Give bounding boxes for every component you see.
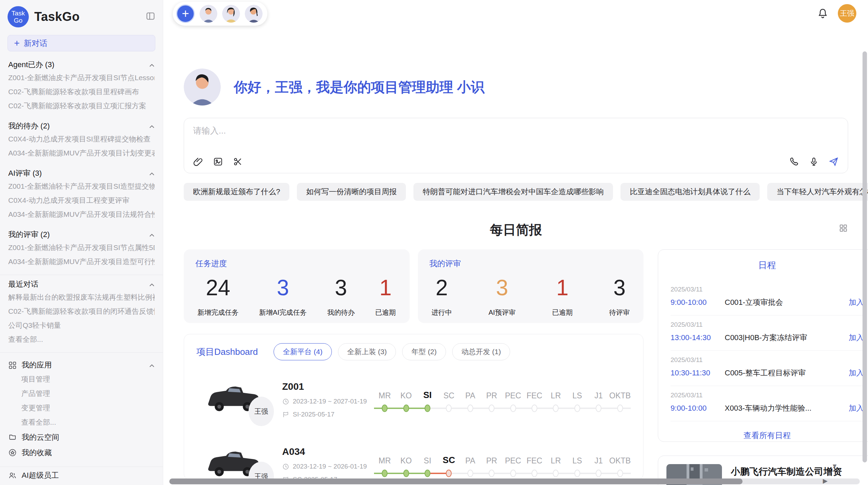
image-icon[interactable] [213, 157, 223, 167]
right-column: 日程 2025/03/11 9:00-10:00 C001-立项审批会 加入 [658, 249, 868, 485]
milestone-dot-track [374, 403, 395, 413]
user-avatar[interactable]: 王强 [838, 4, 856, 23]
apps-list: 项目管理产品管理变更管理查看全部... [0, 372, 163, 430]
suggestion-chip[interactable]: 比亚迪全固态电池计划具体说了什么 [620, 183, 760, 201]
milestone-label: FEC [524, 451, 545, 465]
conversation-item[interactable]: 解释最新出台的欧盟报废车法规再生塑料比例被调至15%... [8, 290, 155, 304]
conversation-item[interactable]: 公司Q3轻卡销量 [8, 318, 155, 332]
milestone-dot [403, 470, 409, 477]
collapse-sidebar-icon[interactable] [146, 11, 155, 22]
my-favorites-item[interactable]: 我的收藏 [0, 445, 163, 460]
attachment-icon[interactable] [193, 157, 203, 167]
milestone-label: MR [374, 451, 395, 465]
stat-value: 3 [489, 275, 516, 300]
project-row[interactable]: 王强 Z001 2023-12-19 ~ 2027-01-19 SI-2025-… [196, 374, 631, 425]
scroll-right-arrow-icon[interactable]: ▶ [823, 477, 828, 485]
chevron-up-icon[interactable] [149, 280, 155, 289]
phone-icon[interactable] [789, 157, 799, 167]
suggestion-chip[interactable]: 如何写一份清晰的项目周报 [297, 183, 406, 201]
avatar[interactable] [245, 5, 263, 23]
dashboard-filter-tab[interactable]: 年型 (2) [402, 343, 446, 360]
join-link[interactable]: 加入 [849, 403, 864, 413]
conversation-item[interactable]: Z001-全新燃油皮卡产品开发项目SI节点Lesson Learn报告 [8, 71, 155, 85]
app-item[interactable]: 产品管理 [21, 386, 155, 401]
milestone-label: SI [417, 386, 438, 400]
join-link[interactable]: 加入 [849, 333, 864, 343]
send-icon[interactable] [829, 157, 839, 167]
avatar[interactable] [222, 5, 240, 23]
dashboard-filter-tab[interactable]: 全新平台 (4) [274, 343, 332, 360]
milestone: PR [481, 451, 502, 478]
cloud-icon [8, 433, 17, 442]
section-agent-done[interactable]: Agent已办 (3) [0, 59, 163, 71]
suggestion-chip[interactable]: 欧洲新规最近颁布了什么? [184, 183, 289, 201]
conversation-item[interactable]: Z001-全新燃油轻卡产品开发项目SI节点属性5D文件评审 [8, 240, 155, 254]
project-row[interactable]: 王强 A034 2023-12-19 ~ 2026-01-19 SC-2025-… [196, 439, 631, 480]
chevron-up-icon[interactable] [149, 169, 155, 178]
milestone: PA [460, 386, 481, 413]
conversation-item[interactable]: A034-全新新能源MUV产品开发项目造型可行性评审 [8, 254, 155, 269]
milestone-dot-track [545, 468, 566, 478]
vertical-scrollbar-thumb[interactable] [863, 51, 867, 462]
ai-staff-item[interactable]: AI超级员工 [0, 468, 163, 483]
join-link[interactable]: 加入 [849, 368, 864, 378]
scissors-icon[interactable] [233, 157, 243, 167]
conversation-item[interactable]: C0X4-动力总成开发项目SI里程碑提交物检查 [8, 132, 155, 146]
dashboard-filter-tab[interactable]: 动总开发 (1) [452, 343, 510, 360]
stat-value: 3 [259, 275, 307, 300]
join-link[interactable]: 加入 [849, 297, 864, 308]
chevron-up-icon[interactable] [149, 122, 155, 130]
conversation-item[interactable]: C02-飞腾新能源轻客改款项目里程碑画布 [8, 85, 155, 99]
stat-value: 24 [197, 275, 239, 300]
section-title: AI评审 (3) [8, 168, 42, 178]
chevron-up-icon[interactable] [149, 230, 155, 239]
scroll-down-arrow-icon[interactable]: ▼ [831, 462, 838, 470]
event-time: 10:30-11:30 [671, 369, 725, 377]
section-my-todo[interactable]: 我的待办 (2) [0, 120, 163, 132]
section-ai-review[interactable]: AI评审 (3) [0, 167, 163, 179]
milestone-label: SC [438, 451, 459, 465]
suggestion-chip[interactable]: 特朗普可能对进口汽车增税会对中国车企造成哪些影响 [413, 183, 613, 201]
app-item[interactable]: 变更管理 [21, 401, 155, 415]
chat-input[interactable] [193, 126, 839, 136]
dashboard-filter-tab[interactable]: 全新上装 (3) [338, 343, 396, 360]
conversation-item[interactable]: Z001-全新燃油轻卡产品开发项目SI造型提交物评审 [8, 179, 155, 193]
conversation-item[interactable]: C02-飞腾新能源轻客改款项目立项汇报方案 [8, 99, 155, 113]
notification-bell-icon[interactable] [817, 7, 829, 20]
add-session-button[interactable]: + [176, 4, 195, 23]
layout-grid-icon[interactable] [839, 223, 848, 233]
my-apps-header[interactable]: 我的应用 [0, 358, 163, 372]
milestone-dot [403, 405, 409, 412]
my-todo-list: C0X4-动力总成开发项目SI里程碑提交物检查A034-全新新能源MUV产品开发… [0, 132, 163, 160]
app-item[interactable]: 查看全部... [21, 415, 155, 430]
view-all-link[interactable]: 查看全部... [8, 332, 155, 346]
view-all-schedule-link[interactable]: 查看所有日程 [658, 430, 868, 441]
conversation-item[interactable]: C02-飞腾新能源轻客改款项目的闭环通告反馈情况 [8, 304, 155, 318]
conversation-item[interactable]: C0X4-动力总成开发项目工程变更评审 [8, 193, 155, 207]
milestone-label: LR [545, 386, 566, 400]
milestone-dot-track [524, 468, 545, 478]
section-recent[interactable]: 最近对话 [0, 278, 163, 290]
milestone-label: OKTB [609, 451, 631, 465]
dashboard-title: 项目Dashboard [196, 346, 258, 358]
conversation-item[interactable]: A034-全新新能源MUV产品开发项目计划变更表编写 [8, 146, 155, 160]
milestone: PA [460, 451, 481, 478]
microphone-icon[interactable] [809, 157, 819, 167]
dashboard-tabs: 全新平台 (4)全新上装 (3)年型 (2)动总开发 (1) [274, 343, 510, 360]
conversation-item[interactable]: A034-全新新能源MUV产品开发项目法规符合性评审 [8, 207, 155, 221]
avatar[interactable] [200, 5, 217, 23]
suggestion-chip[interactable]: 当下年轻人对汽车外观有怎样的喜好趋势 [767, 183, 868, 201]
chevron-up-icon[interactable] [149, 60, 155, 69]
new-chat-button[interactable]: + 新对话 [8, 35, 155, 51]
milestone-label: J1 [588, 451, 609, 465]
section-my-review[interactable]: 我的评审 (2) [0, 229, 163, 240]
recent-list: 解释最新出台的欧盟报废车法规再生塑料比例被调至15%...C02-飞腾新能源轻客… [0, 290, 163, 332]
horizontal-scrollbar-thumb[interactable] [169, 478, 743, 484]
event-main: 9:00-10:00 X003-车辆动力学性能验... 加入 [671, 403, 864, 413]
app-item[interactable]: 项目管理 [21, 372, 155, 386]
chevron-up-icon[interactable] [149, 361, 155, 370]
my-cloud-item[interactable]: 我的云空间 [0, 430, 163, 445]
help-write-item[interactable]: 帮我写作 [0, 483, 163, 485]
stat-label: 我的待办 [327, 308, 355, 317]
app-title: TaskGo [34, 10, 146, 24]
